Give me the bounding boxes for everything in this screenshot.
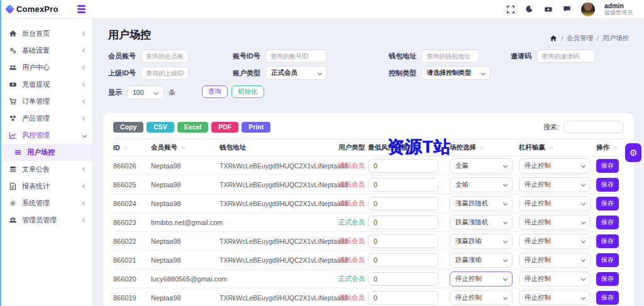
display-count-select[interactable]: 100 <box>127 85 164 99</box>
save-button[interactable]: 保存 <box>596 234 619 248</box>
column-label: 场控选择 <box>450 143 476 152</box>
control-type-select[interactable]: 请选择控制类型 <box>421 66 491 80</box>
save-button[interactable]: 保存 <box>596 178 619 192</box>
sidebar-item-充值提现[interactable]: 充值提现 <box>0 76 92 93</box>
cell-action: 保存 <box>596 216 624 229</box>
export-pdf-button[interactable]: PDF <box>211 122 238 133</box>
table-row: 866021Neptaa98TXRkWcLeBEuygd9HUQC2X1vLiN… <box>113 251 624 270</box>
save-button[interactable]: 保存 <box>596 216 619 229</box>
fullscreen-icon[interactable] <box>506 4 515 14</box>
risk-amount-input[interactable] <box>368 234 438 248</box>
admins-icon <box>9 216 17 224</box>
chevron-left-icon <box>82 99 87 104</box>
brand-logo-icon <box>5 4 15 14</box>
table-row: 866020lucy6880565@gmai.com正式会员停止控制停止控制保存 <box>113 270 624 288</box>
risk-amount-input[interactable] <box>368 291 438 305</box>
column-header[interactable]: 会员账号↑↓ <box>151 143 219 152</box>
field-control-select[interactable]: 跌赢涨输 <box>450 253 513 268</box>
cell-wallet-address: TXRkWcLeBEuygd9HUQC2X1vLiNeptaa98 <box>219 294 338 302</box>
risk-amount-input[interactable] <box>368 178 438 192</box>
save-button[interactable]: 保存 <box>596 253 619 267</box>
field-control-select[interactable]: 全输 <box>450 177 513 192</box>
moon-icon[interactable] <box>525 4 534 14</box>
leverage-select[interactable]: 停止控制 <box>519 290 591 305</box>
sidebar-item-基础设置[interactable]: 基础设置 <box>0 42 92 59</box>
sidebar-item-用户中心[interactable]: 用户中心 <box>0 59 92 76</box>
table-row: 866022Neptaa98TXRkWcLeBEuygd9HUQC2X1vLiN… <box>113 232 624 251</box>
chart-icon <box>9 131 17 139</box>
save-button[interactable]: 保存 <box>596 197 619 210</box>
leverage-select[interactable]: 停止控制 <box>519 158 591 173</box>
risk-amount-input[interactable] <box>368 272 438 286</box>
column-header[interactable]: 杠杆输赢↑↓ <box>519 143 596 152</box>
column-header[interactable]: ID↑↓ <box>113 144 151 151</box>
risk-amount-input[interactable] <box>368 216 438 229</box>
leverage-select[interactable]: 停止控制 <box>519 177 591 192</box>
risk-amount-input[interactable] <box>368 253 438 267</box>
column-header[interactable]: 操作↑↓ <box>596 143 624 152</box>
field-control-select[interactable]: 涨赢跌随机 <box>450 196 513 211</box>
field-control-select[interactable]: 全赢 <box>450 158 513 173</box>
sidebar-item-报表统计[interactable]: 报表统计 <box>0 178 92 195</box>
user-avatar[interactable] <box>581 3 595 16</box>
banknote-icon[interactable] <box>543 4 553 14</box>
export-csv-button[interactable]: CSV <box>147 122 174 133</box>
invite-code-input[interactable] <box>536 50 596 63</box>
sidebar-item-风控管理[interactable]: 风控管理 <box>0 127 92 144</box>
wallet-address-input[interactable] <box>421 50 480 63</box>
table-row: 866023timibbs.net@gmail.com正式会员跌赢涨随机停止控制… <box>113 213 624 232</box>
sidebar-item-label: 产品管理 <box>22 114 78 123</box>
export-excel-button[interactable]: Excel <box>177 122 208 133</box>
risk-amount-input[interactable] <box>368 159 438 173</box>
sidebar-item-后台首页[interactable]: 后台首页 <box>0 25 92 42</box>
cell-leverage: 停止控制 <box>519 158 596 173</box>
column-header[interactable]: 最低风控金额↑↓ <box>368 143 450 152</box>
home-icon[interactable] <box>550 35 557 42</box>
cell-member-account: Neptaa98 <box>151 181 219 189</box>
leverage-select[interactable]: 停止控制 <box>519 253 591 268</box>
field-control-select[interactable]: 跌赢涨随机 <box>450 215 513 230</box>
parent-id-input[interactable] <box>141 67 189 80</box>
user-info[interactable]: admin 超级管理员 <box>604 2 635 16</box>
save-button[interactable]: 保存 <box>596 159 619 173</box>
sidebar-item-文章公告[interactable]: 文章公告 <box>0 161 92 178</box>
select-value: 停止控制 <box>525 293 551 302</box>
field-label: 钱包地址 <box>389 52 416 61</box>
leverage-select[interactable]: 停止控制 <box>519 215 591 230</box>
save-button[interactable]: 保存 <box>596 291 619 305</box>
export-buttons: CopyCSVExcelPDFPrint <box>113 122 274 133</box>
select-value: 停止控制 <box>525 199 551 208</box>
sidebar-item-订单管理[interactable]: 订单管理 <box>0 93 92 110</box>
breadcrumb-parent[interactable]: 会员管理 <box>567 34 593 43</box>
hamburger-menu-icon[interactable] <box>77 5 86 13</box>
column-header[interactable]: 场控选择↑↓ <box>450 143 519 152</box>
risk-amount-input[interactable] <box>368 197 438 210</box>
cell-field-control: 全输 <box>450 177 519 192</box>
field-control-select[interactable]: 停止控制 <box>450 290 513 305</box>
query-button[interactable]: 查询 <box>202 85 228 98</box>
cell-action: 保存 <box>596 159 624 173</box>
column-label: ID <box>113 144 120 151</box>
table-row: 866025Neptaa98TXRkWcLeBEuygd9HUQC2X1vLiN… <box>113 175 624 194</box>
account-id-input[interactable] <box>265 50 327 63</box>
save-button[interactable]: 保存 <box>596 272 619 286</box>
leverage-select[interactable]: 停止控制 <box>519 234 591 249</box>
sidebar-item-管理员管理[interactable]: 管理员管理 <box>0 212 92 229</box>
settings-gear-button[interactable]: ⚙ <box>625 143 641 162</box>
chat-icon[interactable] <box>562 4 572 14</box>
table-search-input[interactable] <box>564 121 624 133</box>
field-control-select[interactable]: 涨赢跌输 <box>450 234 513 249</box>
filter-actions: 查询 初始化 <box>202 85 264 99</box>
sidebar-item-label: 文章公告 <box>22 165 78 174</box>
sidebar-item-系统管理[interactable]: 系统管理 <box>0 195 92 212</box>
field-control-select[interactable]: 停止控制 <box>450 271 513 287</box>
leverage-select[interactable]: 停止控制 <box>519 196 591 211</box>
init-button[interactable]: 初始化 <box>231 85 264 98</box>
sidebar-item-用户场控[interactable]: 用户场控 <box>0 144 92 161</box>
member-account-input[interactable] <box>141 50 189 63</box>
account-type-select[interactable]: 正式会员 <box>265 66 327 80</box>
export-print-button[interactable]: Print <box>242 122 270 133</box>
sidebar-item-产品管理[interactable]: 产品管理 <box>0 110 92 127</box>
leverage-select[interactable]: 停止控制 <box>519 271 591 287</box>
export-copy-button[interactable]: Copy <box>113 122 143 133</box>
